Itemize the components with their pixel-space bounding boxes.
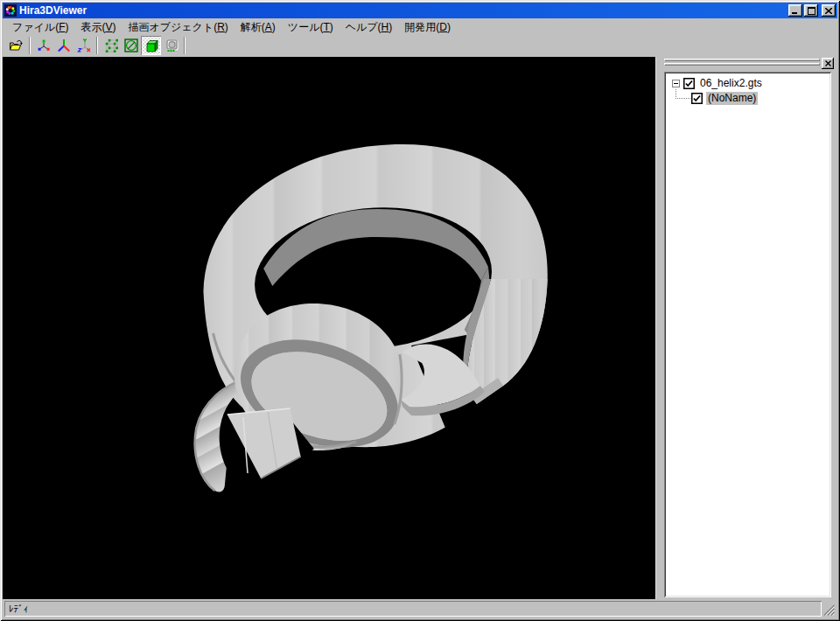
3d-viewport[interactable] [3,57,655,599]
close-button[interactable] [822,4,836,17]
toolbar-separator [29,37,31,54]
tree-label-root[interactable]: 06_helix2.gts [698,77,764,90]
object-tree: 06_helix2.gts (NoName) [668,76,828,106]
gripper-line [664,63,820,66]
resize-grip-icon[interactable] [823,604,835,616]
object-panel: 06_helix2.gts (NoName) [662,57,837,599]
solid-cube-icon [144,38,158,52]
titlebar[interactable]: Hira3DViewer [3,3,837,18]
menu-file[interactable]: ファイル(F) [6,19,74,36]
menu-tools[interactable]: ツール(T) [282,19,340,36]
close-icon [825,60,831,66]
axes-labeled-button[interactable] [74,36,94,55]
open-file-button[interactable] [6,36,26,55]
menu-analysis[interactable]: 解析(A) [234,19,282,36]
panel-close-button[interactable] [822,58,834,69]
collapse-minus-icon[interactable] [672,80,680,87]
panel-splitter[interactable] [655,57,662,599]
minimize-icon [792,8,799,14]
axis-tripod-large-icon [57,38,71,52]
tree-row-child[interactable]: (NoName) [668,91,828,106]
status-text: ﾚﾃﾞｨ [9,604,28,614]
app-window: Hira3DViewer ファイル(F) 表示(V) 描画オブジェクト(R) 解… [0,0,840,621]
maximize-icon [808,7,816,15]
app-ring-icon [4,4,17,17]
main-area: 06_helix2.gts (NoName) [3,57,837,599]
helix-ribbon-model [3,57,655,599]
maximize-button[interactable] [804,4,818,17]
wireframe-sphere-icon [124,38,138,52]
menu-dev[interactable]: 開発用(D) [398,19,457,36]
tree-row-root[interactable]: 06_helix2.gts [668,76,828,91]
tree-connector [676,98,690,99]
wireframe-sphere-button[interactable] [121,36,141,55]
axis-tripod-small-icon [37,38,51,52]
menu-view[interactable]: 表示(V) [74,19,122,36]
axes-small-button[interactable] [33,36,53,55]
minimize-button[interactable] [788,4,802,17]
open-folder-icon [9,38,24,52]
object-tree-box: 06_helix2.gts (NoName) [664,72,831,597]
menu-draw-object[interactable]: 描画オブジェクト(R) [122,19,234,36]
extra-view-button[interactable] [161,36,181,55]
axis-tripod-labeled-icon [77,38,91,52]
toolbar [3,35,837,57]
menubar: ファイル(F) 表示(V) 描画オブジェクト(R) 解析(A) ツール(T) ヘ… [3,18,837,35]
toolbar-separator [184,37,186,54]
window-title: Hira3DViewer [19,3,787,18]
status-panel: ﾚﾃﾞｨ [4,601,822,617]
axes-large-button[interactable] [53,36,74,55]
tree-label-child[interactable]: (NoName) [706,92,758,105]
panel-gripper[interactable] [662,57,837,71]
grayed-cube-icon [164,38,178,52]
close-icon [825,8,832,14]
checkbox-child[interactable] [691,93,703,104]
checkbox-root[interactable] [683,78,695,89]
menu-help[interactable]: ヘルプ(H) [340,19,399,36]
solid-cube-button[interactable] [141,36,161,55]
wireframe-cube-button[interactable] [101,36,121,55]
wireframe-cube-icon [104,38,118,52]
gripper-line [664,59,820,61]
toolbar-separator [96,37,98,54]
statusbar: ﾚﾃﾞｨ [3,599,837,618]
